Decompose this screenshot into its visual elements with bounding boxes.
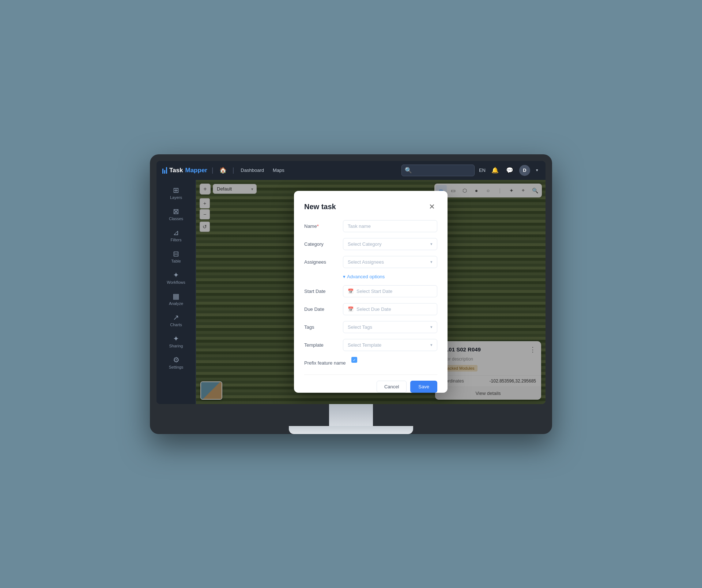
name-field-group: Name* — [304, 220, 437, 232]
sidebar-item-layers[interactable]: ⊞ Layers — [160, 183, 192, 203]
workflows-icon: ✦ — [173, 271, 179, 279]
advanced-chevron-icon: ▾ — [343, 274, 346, 279]
due-date-input[interactable]: 📅 Select Due Date — [343, 303, 437, 315]
tags-field-group: Tags Select Tags ▾ — [304, 321, 437, 333]
search-input[interactable] — [414, 168, 471, 173]
sidebar-item-label-classes: Classes — [169, 216, 183, 221]
task-name-input[interactable] — [343, 220, 437, 232]
tags-chevron-icon: ▾ — [430, 325, 433, 329]
start-date-placeholder: Select Start Date — [356, 289, 392, 294]
tags-placeholder: Select Tags — [348, 324, 372, 330]
assignees-chevron-icon: ▾ — [430, 260, 433, 264]
assignees-select[interactable]: Select Assignees ▾ — [343, 256, 437, 268]
search-icon: 🔍 — [405, 167, 412, 174]
category-field-group: Category Select Category ▾ — [304, 238, 437, 250]
notification-icon[interactable]: 🔔 — [490, 165, 500, 175]
calendar-icon-due: 📅 — [348, 306, 354, 312]
nav-maps-link[interactable]: Maps — [271, 166, 287, 174]
sidebar-item-label-sharing: Sharing — [169, 344, 183, 348]
sidebar: ⊞ Layers ⊠ Classes ⊿ Filters ⊟ Table — [156, 180, 196, 404]
assignees-placeholder: Select Assignees — [348, 259, 384, 265]
search-bar[interactable]: 🔍 — [401, 165, 475, 176]
sidebar-item-label-analyze: Analyze — [169, 301, 183, 306]
sidebar-item-classes[interactable]: ⊠ Classes — [160, 204, 192, 225]
category-label: Category — [304, 238, 337, 247]
template-label: Template — [304, 339, 337, 348]
user-dropdown-icon[interactable]: ▾ — [535, 166, 540, 174]
table-icon: ⊟ — [173, 250, 179, 257]
advanced-options-label: Advanced options — [347, 274, 385, 279]
prefix-label: Prefix feature name — [304, 357, 346, 366]
layers-icon: ⊞ — [173, 186, 179, 194]
sidebar-item-workflows[interactable]: ✦ Workflows — [160, 268, 192, 288]
sidebar-item-label-layers: Layers — [170, 195, 182, 200]
save-button[interactable]: Save — [410, 381, 437, 393]
top-nav: TaskMapper | 🏠 | Dashboard Maps 🔍 EN 🔔 💬… — [156, 161, 546, 180]
start-date-input[interactable]: 📅 Select Start Date — [343, 285, 437, 297]
template-chevron-icon: ▾ — [430, 343, 433, 347]
logo-bar-1 — [162, 169, 163, 174]
prefix-checkbox[interactable]: ✓ — [351, 357, 357, 363]
sidebar-item-label-workflows: Workflows — [167, 280, 185, 284]
sidebar-item-filters[interactable]: ⊿ Filters — [160, 225, 192, 246]
start-date-field-group: Start Date 📅 Select Start Date — [304, 285, 437, 297]
nav-dashboard-link[interactable]: Dashboard — [238, 166, 266, 174]
settings-icon: ⚙ — [173, 356, 180, 363]
modal-overlay: New task ✕ Name* — [196, 180, 546, 404]
sidebar-item-sharing[interactable]: ✦ Sharing — [160, 331, 192, 352]
name-label: Name* — [304, 220, 337, 229]
calendar-icon-start: 📅 — [348, 289, 354, 294]
sidebar-item-settings[interactable]: ⚙ Settings — [160, 353, 192, 373]
sidebar-item-table[interactable]: ⊟ Table — [160, 246, 192, 267]
due-date-placeholder: Select Due Date — [356, 306, 391, 312]
nav-divider: | — [212, 166, 214, 174]
prefix-checkbox-group: ✓ — [351, 357, 357, 363]
logo-text-mapper: Mapper — [185, 167, 207, 174]
due-date-field-group: Due Date 📅 Select Due Date — [304, 303, 437, 315]
due-date-label: Due Date — [304, 303, 337, 312]
logo: TaskMapper — [162, 167, 207, 174]
main-area: ⊞ Layers ⊠ Classes ⊿ Filters ⊟ Table — [156, 180, 546, 404]
avatar[interactable]: D — [519, 165, 530, 176]
logo-icon — [162, 167, 167, 174]
message-icon[interactable]: 💬 — [505, 165, 515, 175]
sidebar-item-charts[interactable]: ↗ Charts — [160, 310, 192, 331]
monitor-stand-base — [289, 426, 413, 434]
nav-home-icon[interactable]: 🏠 — [218, 165, 228, 175]
analyze-icon: ▦ — [173, 293, 180, 300]
map-area[interactable]: + Default ▾ + − ↺ ✏ — [196, 180, 546, 404]
sidebar-item-label-table: Table — [171, 259, 181, 263]
charts-icon: ↗ — [173, 314, 179, 321]
template-select[interactable]: Select Template ▾ — [343, 339, 437, 351]
sharing-icon: ✦ — [173, 335, 179, 342]
monitor-stand-neck — [329, 404, 373, 426]
advanced-options-toggle[interactable]: ▾ Advanced options — [343, 274, 437, 279]
start-date-label: Start Date — [304, 285, 337, 294]
assignees-field-group: Assignees Select Assignees ▾ — [304, 256, 437, 268]
assignees-label: Assignees — [304, 256, 337, 265]
new-task-modal: New task ✕ Name* — [294, 191, 448, 393]
logo-bar-2 — [164, 170, 165, 174]
classes-icon: ⊠ — [173, 208, 179, 215]
template-placeholder: Select Template — [348, 342, 381, 348]
category-select[interactable]: Select Category ▾ — [343, 238, 437, 250]
template-field-group: Template Select Template ▾ — [304, 339, 437, 351]
category-placeholder: Select Category — [348, 241, 382, 247]
modal-close-button[interactable]: ✕ — [426, 201, 437, 212]
modal-header: New task ✕ — [304, 201, 437, 212]
nav-lang: EN — [479, 167, 486, 173]
sidebar-item-label-filters: Filters — [171, 238, 182, 242]
nav-divider-2: | — [233, 166, 234, 174]
modal-footer: Cancel Save — [304, 374, 437, 393]
sidebar-item-analyze[interactable]: ▦ Analyze — [160, 289, 192, 309]
prefix-field-group: Prefix feature name ✓ — [304, 357, 437, 366]
tags-label: Tags — [304, 321, 337, 330]
cancel-button[interactable]: Cancel — [377, 381, 407, 393]
sidebar-item-label-charts: Charts — [170, 323, 182, 327]
sidebar-item-label-settings: Settings — [169, 365, 184, 369]
category-chevron-icon: ▾ — [430, 242, 433, 246]
tags-select[interactable]: Select Tags ▾ — [343, 321, 437, 333]
modal-title: New task — [304, 203, 336, 211]
logo-bar-3 — [166, 167, 167, 174]
required-asterisk: * — [317, 223, 319, 229]
